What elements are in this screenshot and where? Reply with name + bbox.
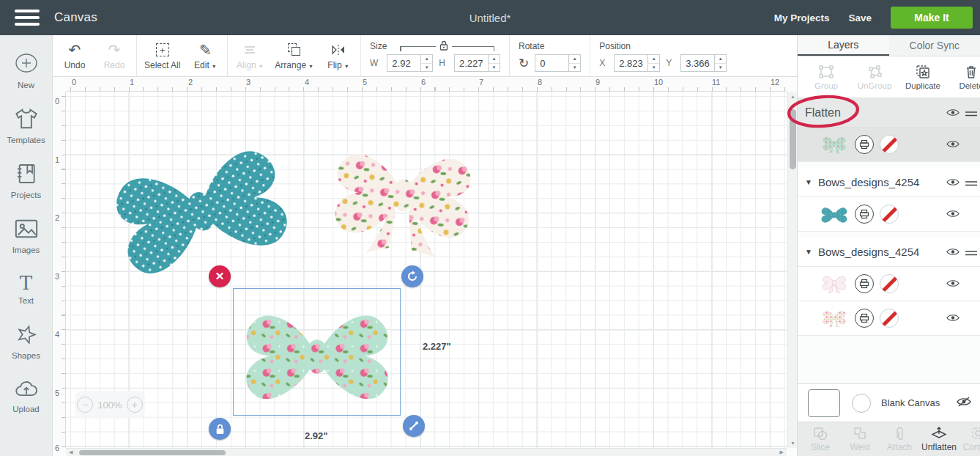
lock-handle[interactable] — [209, 418, 231, 440]
canvas-color-picker[interactable] — [852, 394, 871, 413]
canvas-color-swatch[interactable] — [808, 389, 840, 417]
resize-handle[interactable] — [403, 415, 425, 437]
rotate-stepper[interactable]: ▲▼ — [568, 54, 581, 72]
tshirt-icon — [14, 108, 39, 133]
pink-floral-bow-image[interactable] — [322, 110, 484, 290]
position-y-input[interactable] — [680, 54, 714, 72]
scroll-left-arrow[interactable]: ◀ — [69, 449, 73, 455]
no-cut-icon[interactable] — [880, 274, 899, 293]
visibility-eye-icon[interactable] — [946, 207, 959, 221]
horizontal-scroll-thumb[interactable] — [79, 450, 226, 455]
sidebar-item-projects[interactable]: Projects — [0, 158, 52, 204]
select-all-button[interactable]: + Select All — [144, 41, 180, 70]
design-canvas[interactable]: 01 23 45 67 89 1011 12 01 23 45 6 ✕ 2.22… — [53, 77, 797, 456]
group-button[interactable]: Group — [802, 56, 850, 98]
layer-group-bows-2[interactable]: ▼ Bows_designs_4254 — [798, 238, 980, 267]
sidebar-item-templates[interactable]: Templates — [0, 103, 52, 149]
save-link[interactable]: Save — [848, 12, 872, 23]
ungroup-icon — [866, 65, 883, 79]
rotate-input[interactable] — [535, 54, 568, 72]
width-stepper[interactable]: ▲▼ — [420, 54, 433, 72]
y-label: Y — [666, 58, 672, 68]
vertical-ruler: 01 23 45 6 — [53, 92, 66, 448]
height-stepper[interactable]: ▲▼ — [488, 54, 500, 72]
attach-button[interactable]: Attach — [880, 422, 919, 456]
layer-group-bows-1[interactable]: ▼ Bows_designs_4254 — [798, 168, 980, 197]
sidebar-item-new[interactable]: New — [0, 48, 52, 94]
layer-group-flatten[interactable]: Flatten — [798, 98, 980, 128]
undo-button[interactable]: ↶ Undo — [60, 41, 89, 70]
blank-canvas-row[interactable]: Blank Canvas — [798, 383, 980, 422]
edit-dropdown[interactable]: ✎ Edit▼ — [190, 41, 220, 70]
redo-button[interactable]: ↷ Redo — [100, 41, 129, 70]
scroll-right-arrow[interactable]: ▶ — [780, 449, 784, 455]
duplicate-button[interactable]: Duplicate — [899, 56, 947, 98]
visibility-eye-icon[interactable] — [946, 138, 959, 151]
layer-row-teal-bow[interactable] — [798, 197, 980, 232]
align-dropdown[interactable]: Align▼ — [235, 41, 264, 70]
zoom-in-button[interactable]: + — [127, 397, 143, 413]
teal-polkadot-bow-image[interactable] — [89, 101, 311, 310]
position-x-stepper[interactable]: ▲▼ — [647, 54, 660, 72]
delete-button[interactable]: Delete — [947, 56, 980, 98]
make-it-button[interactable]: Make It — [891, 7, 973, 29]
slice-button[interactable]: Slice — [801, 422, 840, 456]
layer-row-pink-bow[interactable] — [798, 301, 980, 336]
rotate-handle[interactable] — [401, 265, 423, 287]
canvas-grid[interactable]: ✕ 2.227" 2.92" − 100% + — [66, 92, 787, 448]
no-cut-icon[interactable] — [880, 309, 899, 328]
zoom-control: − 100% + — [75, 391, 145, 419]
layer-row-mint-bow[interactable] — [798, 128, 980, 162]
drag-handle-icon[interactable] — [965, 246, 977, 259]
vertical-scroll-thumb[interactable] — [790, 109, 796, 169]
x-label: X — [599, 58, 605, 68]
tab-layers[interactable]: Layers — [798, 35, 889, 56]
sidebar-item-upload[interactable]: Upload — [0, 374, 52, 418]
selection-bounding-box[interactable] — [233, 288, 401, 416]
my-projects-link[interactable]: My Projects — [774, 12, 830, 23]
sidebar-item-shapes[interactable]: Shapes — [0, 319, 52, 364]
lock-aspect-icon[interactable] — [436, 40, 452, 53]
position-y-stepper[interactable]: ▲▼ — [714, 54, 727, 72]
visibility-eye-icon[interactable] — [946, 176, 959, 189]
horizontal-scrollbar[interactable]: ◀ ▶ — [66, 448, 787, 456]
tab-color-sync[interactable]: Color Sync — [889, 35, 980, 56]
visibility-eye-icon[interactable] — [946, 106, 959, 119]
select-all-icon: + — [156, 41, 169, 59]
collapse-caret-icon[interactable]: ▼ — [805, 248, 812, 256]
delete-handle[interactable]: ✕ — [209, 265, 231, 287]
layer-row-sketch-bow[interactable] — [798, 267, 980, 301]
top-bar: Canvas Untitled* My Projects Save Make I… — [0, 0, 980, 35]
vertical-scrollbar[interactable]: ▲ ▼ — [787, 92, 797, 448]
visibility-eye-icon[interactable] — [946, 312, 959, 325]
drag-handle-icon[interactable] — [965, 176, 977, 189]
unflatten-button[interactable]: Unflatten — [919, 422, 959, 456]
zoom-out-button[interactable]: − — [77, 397, 93, 413]
position-x-input[interactable] — [614, 54, 647, 72]
height-input[interactable] — [454, 54, 488, 72]
selection-height-label: 2.227" — [423, 341, 451, 352]
width-input[interactable] — [387, 54, 420, 72]
rotate-icon[interactable]: ↻ — [519, 56, 529, 71]
drag-handle-icon[interactable] — [965, 106, 977, 119]
chevron-down-icon: ▼ — [344, 64, 349, 69]
duplicate-icon — [915, 65, 931, 79]
visibility-eye-icon[interactable] — [946, 246, 959, 259]
visibility-eye-icon[interactable] — [946, 277, 959, 290]
no-cut-icon[interactable] — [880, 205, 899, 224]
print-linetype-icon[interactable] — [855, 135, 874, 154]
collapse-caret-icon[interactable]: ▼ — [805, 178, 812, 186]
visibility-off-icon[interactable] — [957, 397, 971, 410]
no-cut-icon[interactable] — [880, 135, 899, 154]
menu-hamburger-icon[interactable] — [15, 10, 40, 26]
ungroup-button[interactable]: UnGroup — [850, 56, 899, 98]
flip-dropdown[interactable]: Flip▼ — [324, 41, 353, 70]
arrange-dropdown[interactable]: Arrange▼ — [275, 41, 313, 70]
contour-button[interactable]: Contour — [959, 422, 980, 456]
print-linetype-icon[interactable] — [855, 205, 874, 224]
print-linetype-icon[interactable] — [855, 274, 874, 293]
weld-button[interactable]: Weld — [840, 422, 880, 456]
sidebar-item-text[interactable]: T Text — [0, 268, 52, 309]
sidebar-item-images[interactable]: Images — [0, 213, 52, 259]
print-linetype-icon[interactable] — [855, 309, 874, 328]
